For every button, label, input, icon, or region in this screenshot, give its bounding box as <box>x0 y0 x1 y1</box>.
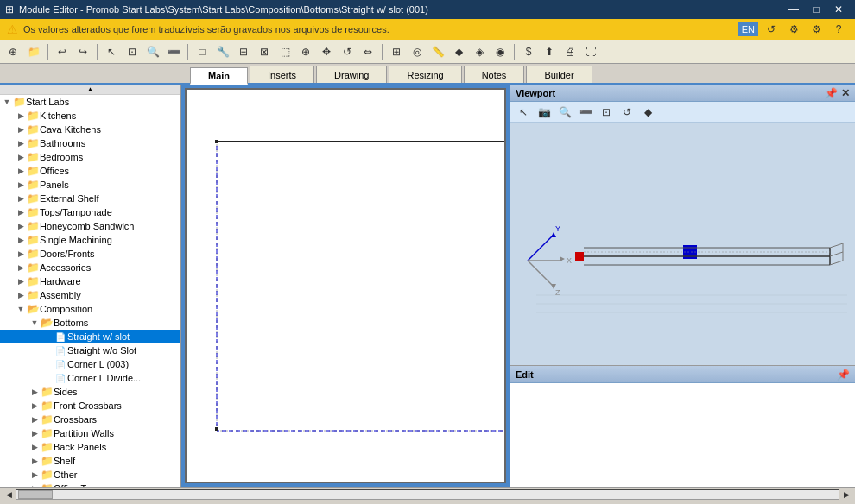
undo-button[interactable]: ↩ <box>53 42 72 61</box>
tree-item-straight-slot[interactable]: 📄 Straight w/ slot <box>0 330 180 343</box>
tree-item-backpanels[interactable]: ▶ 📁 Back Panels <box>0 440 180 454</box>
export-button[interactable]: ⬆ <box>540 42 559 61</box>
tree-item-cornerdivide[interactable]: 📄 Corner L Divide... <box>0 371 180 385</box>
scroll-thumb[interactable] <box>18 490 53 499</box>
tree-item-externalshelf[interactable]: ▶ 📁 External Shelf <box>0 192 180 205</box>
expand-icon-assembly[interactable]: ▶ <box>16 290 26 300</box>
vp-rotate-button[interactable]: ↺ <box>618 103 636 122</box>
mirror-button[interactable]: ⇔ <box>358 42 377 61</box>
sidebar-scroll-up-icon[interactable]: ▲ <box>87 85 94 93</box>
horizontal-scrollbar[interactable] <box>16 489 839 500</box>
ungroup-button[interactable]: ⊕ <box>296 42 315 61</box>
tree-item-startlabs[interactable]: ▼ 📁 Start Labs <box>0 95 180 109</box>
rotate-button[interactable]: ↺ <box>338 42 357 61</box>
tree-item-singlemachining[interactable]: ▶ 📁 Single Machining <box>0 233 180 247</box>
scroll-left-button[interactable]: ◀ <box>2 488 16 501</box>
expand-icon-officetops[interactable]: ▶ <box>29 483 40 487</box>
zoom-in-button[interactable]: 🔍 <box>143 42 162 61</box>
language-selector[interactable]: EN <box>738 22 758 36</box>
view3d-button[interactable]: ◆ <box>449 42 468 61</box>
tab-main[interactable]: Main <box>190 67 248 85</box>
tree-item-panels[interactable]: ▶ 📁 Panels <box>0 178 180 192</box>
vp-select-button[interactable]: ↖ <box>514 103 533 122</box>
tree-item-cava[interactable]: ▶ 📁 Cava Kitchens <box>0 123 180 136</box>
measure-button[interactable]: 📏 <box>428 42 447 61</box>
move-button[interactable]: ✥ <box>317 42 336 61</box>
edit-pin-icon[interactable]: 📌 <box>837 369 850 381</box>
expand-icon-honeycomb[interactable]: ▶ <box>16 221 26 231</box>
tree-item-hardware[interactable]: ▶ 📁 Hardware <box>0 274 180 288</box>
vp-camera-button[interactable]: 📷 <box>535 103 554 122</box>
expand-icon-bathrooms[interactable]: ▶ <box>16 138 26 148</box>
tree-item-offices[interactable]: ▶ 📁 Offices <box>0 164 180 178</box>
tab-notes[interactable]: Notes <box>464 66 525 83</box>
tree-item-shelf[interactable]: ▶ 📁 Shelf <box>0 454 180 468</box>
tab-resizing[interactable]: Resizing <box>389 66 461 83</box>
maximize-button[interactable]: □ <box>805 0 827 19</box>
tree-item-officetops[interactable]: ▶ 📁 Office Tops <box>0 482 180 487</box>
help-button[interactable]: ? <box>829 20 848 39</box>
expand-icon-frontcrossbars[interactable]: ▶ <box>29 400 40 411</box>
select-button[interactable]: ↖ <box>102 42 121 61</box>
gear2-button[interactable]: ⚙ <box>807 20 826 39</box>
dist-button[interactable]: ⊠ <box>255 42 274 61</box>
expand-icon-crossbars[interactable]: ▶ <box>29 414 40 425</box>
vp-zoomin-button[interactable]: 🔍 <box>555 103 574 122</box>
tab-drawing[interactable]: Drawing <box>316 66 387 83</box>
expand-icon-offices[interactable]: ▶ <box>16 166 26 176</box>
expand-icon-doors[interactable]: ▶ <box>16 249 26 259</box>
expand-icon-partitionwalls[interactable]: ▶ <box>29 428 40 438</box>
expand-icon-externalshelf[interactable]: ▶ <box>16 193 26 204</box>
tree-item-sides[interactable]: ▶ 📁 Sides <box>0 385 180 399</box>
vp-fit-button[interactable]: ⊡ <box>597 103 616 122</box>
zoom-fit-button[interactable]: ⊡ <box>123 42 142 61</box>
expand-icon-tops[interactable]: ▶ <box>16 207 26 217</box>
grid-button[interactable]: ⊞ <box>387 42 406 61</box>
tree-item-bedrooms[interactable]: ▶ 📁 Bedrooms <box>0 150 180 164</box>
tree-item-cornerl003[interactable]: 📄 Corner L (003) <box>0 357 180 371</box>
expand-icon-singlemachining[interactable]: ▶ <box>16 235 26 245</box>
expand-icon-other[interactable]: ▶ <box>29 469 40 480</box>
drawing-canvas[interactable]: ↖ <box>185 88 506 483</box>
tree-item-straight-noslot[interactable]: 📄 Straight w/o Slot <box>0 343 180 357</box>
print-button[interactable]: 🖨 <box>560 42 580 61</box>
tree-item-frontcrossbars[interactable]: ▶ 📁 Front Crossbars <box>0 399 180 413</box>
tools-button[interactable]: 🔧 <box>213 42 232 61</box>
scroll-right-button[interactable]: ▶ <box>839 488 853 501</box>
expand-icon-bedrooms[interactable]: ▶ <box>16 152 26 162</box>
rect-button[interactable]: □ <box>193 42 212 61</box>
tree-item-partitionwalls[interactable]: ▶ 📁 Partition Walls <box>0 426 180 440</box>
new-button[interactable]: ⊕ <box>3 42 22 61</box>
group-button[interactable]: ⬚ <box>276 42 294 61</box>
tree-item-bathrooms[interactable]: ▶ 📁 Bathrooms <box>0 136 180 150</box>
tree-item-kitchens[interactable]: ▶ 📁 Kitchens <box>0 109 180 123</box>
expand-icon-composition[interactable]: ▼ <box>16 304 26 314</box>
expand-icon-kitchens[interactable]: ▶ <box>16 110 26 121</box>
settings-button[interactable]: ⚙ <box>784 20 803 39</box>
expand-icon-cava[interactable]: ▶ <box>16 124 26 135</box>
tab-inserts[interactable]: Inserts <box>250 66 314 83</box>
viewport-close-icon[interactable]: ✕ <box>841 87 850 99</box>
tree-item-composition[interactable]: ▼ 📂 Composition <box>0 302 180 316</box>
tree-item-accessories[interactable]: ▶ 📁 Accessories <box>0 261 180 274</box>
expand-icon-bottoms[interactable]: ▼ <box>29 318 40 328</box>
tree-item-crossbars[interactable]: ▶ 📁 Crossbars <box>0 413 180 426</box>
tree-item-bottoms[interactable]: ▼ 📂 Bottoms <box>0 316 180 330</box>
open-button[interactable]: 📁 <box>24 42 43 61</box>
expand-icon-hardware[interactable]: ▶ <box>16 276 26 287</box>
vp-3d-button[interactable]: ◆ <box>638 103 657 122</box>
expand-icon-startlabs[interactable]: ▼ <box>2 97 12 107</box>
close-button[interactable]: ✕ <box>827 0 850 19</box>
redo-button[interactable]: ↪ <box>73 42 92 61</box>
tab-builder[interactable]: Builder <box>526 66 592 83</box>
tree-item-tops[interactable]: ▶ 📁 Tops/Tamponade <box>0 205 180 219</box>
expand-icon-sides[interactable]: ▶ <box>29 387 40 397</box>
refresh-button[interactable]: ↺ <box>762 20 781 39</box>
zoom-out-button[interactable]: ➖ <box>164 42 183 61</box>
snap-button[interactable]: ◎ <box>408 42 427 61</box>
fullscreen-button[interactable]: ⛶ <box>581 42 600 61</box>
align-button[interactable]: ⊟ <box>234 42 253 61</box>
expand-icon-panels[interactable]: ▶ <box>16 180 26 190</box>
tree-item-honeycomb[interactable]: ▶ 📁 Honeycomb Sandwich <box>0 219 180 233</box>
tree-item-assembly[interactable]: ▶ 📁 Assembly <box>0 288 180 302</box>
